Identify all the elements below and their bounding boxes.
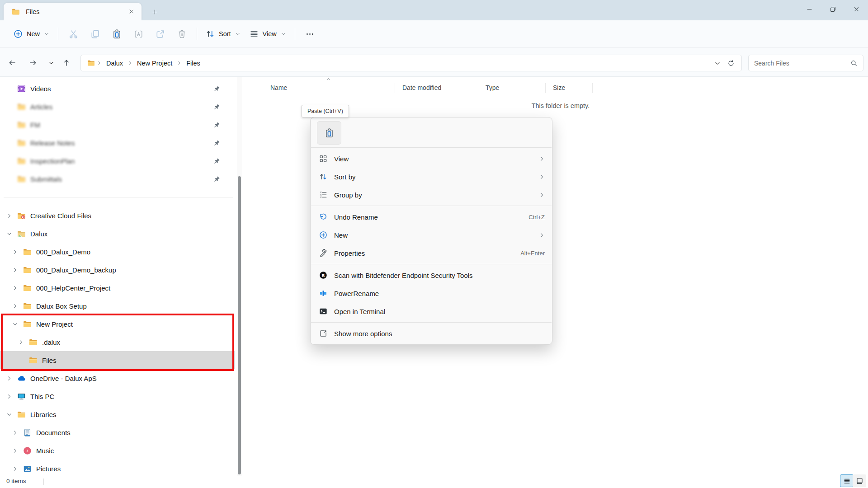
sidebar-item-music[interactable]: ♪ Music <box>0 441 235 460</box>
sidebar-item-fm[interactable]: FM <box>0 116 235 134</box>
chevron-down-icon[interactable] <box>6 411 17 418</box>
up-button[interactable] <box>59 56 74 70</box>
sidebar-item-release-notes[interactable]: Release Notes <box>0 134 235 152</box>
sidebar-item-dalux[interactable]: .dalux <box>0 333 235 351</box>
sidebar-scrollbar[interactable] <box>237 77 242 476</box>
menu-item-label: View <box>334 155 533 163</box>
sidebar-item-pictures[interactable]: Pictures <box>0 460 235 476</box>
menu-item-group-by[interactable]: Group by <box>311 186 552 204</box>
chevron-right-icon[interactable] <box>12 465 23 472</box>
column-divider[interactable] <box>395 83 395 93</box>
tab-close-button[interactable] <box>125 6 137 18</box>
column-header-name[interactable]: Name <box>270 81 287 94</box>
sidebar-item-dalux[interactable]: Dalux <box>0 225 235 243</box>
breadcrumb-new-project[interactable]: New Project <box>134 58 175 68</box>
chevron-down-icon[interactable] <box>12 321 23 327</box>
copy-button[interactable] <box>85 25 104 42</box>
paste-button[interactable] <box>317 121 341 145</box>
empty-folder-message: This folder is empty. <box>497 102 624 109</box>
chevron-right-icon <box>539 192 545 198</box>
menu-item-properties[interactable]: Properties Alt+Enter <box>311 244 552 262</box>
chevron-down-icon[interactable] <box>6 230 17 237</box>
chevron-right-icon[interactable] <box>12 429 23 436</box>
sidebar-item-label: Videos <box>30 85 51 93</box>
column-divider[interactable] <box>545 83 546 93</box>
chevron-down-icon <box>281 31 286 37</box>
sidebar-item-creative-cloud-files[interactable]: Creative Cloud Files <box>0 206 235 225</box>
column-header-date-modified[interactable]: Date modified <box>402 81 441 94</box>
sidebar-item-documents[interactable]: Documents <box>0 423 235 441</box>
column-divider[interactable] <box>592 83 593 93</box>
undo-icon <box>319 213 327 221</box>
chevron-right-icon[interactable] <box>12 267 23 273</box>
chevron-right-icon[interactable] <box>12 285 23 291</box>
sidebar-item-label: 000_Dalux_Demo <box>36 248 90 256</box>
menu-item-undo-rename[interactable]: Undo Rename Ctrl+Z <box>311 208 552 226</box>
sort-button[interactable]: Sort <box>201 26 245 42</box>
sort-icon <box>206 29 215 38</box>
breadcrumb-dalux[interactable]: Dalux <box>104 58 126 68</box>
search-placeholder: Search Files <box>754 60 850 67</box>
chevron-right-icon[interactable] <box>12 249 23 255</box>
menu-item-new[interactable]: New <box>311 226 552 244</box>
delete-button[interactable] <box>172 25 191 42</box>
maximize-button[interactable] <box>821 0 844 18</box>
new-tab-button[interactable] <box>148 5 161 18</box>
sidebar-item-000-helpcenter-project[interactable]: 000_HelpCenter_Project <box>0 279 235 297</box>
sidebar-item-new-project[interactable]: New Project <box>0 315 235 333</box>
address-dropdown-button[interactable] <box>711 57 724 70</box>
chevron-right-icon[interactable] <box>6 393 17 399</box>
sidebar-item-articles[interactable]: Articles <box>0 98 235 116</box>
menu-item-sort-by[interactable]: Sort by <box>311 168 552 186</box>
thumbnails-view-button[interactable] <box>853 474 866 487</box>
refresh-button[interactable] <box>724 57 738 70</box>
sidebar-item-label: InspectionPlan <box>30 157 75 165</box>
view-button[interactable]: View <box>245 26 291 42</box>
sidebar-item-libraries[interactable]: Libraries <box>0 405 235 423</box>
folder-icon <box>12 8 20 16</box>
sidebar-item-label: OneDrive - Dalux ApS <box>30 375 97 382</box>
sidebar-item-files[interactable]: Files <box>0 351 235 369</box>
cut-button[interactable] <box>64 25 83 42</box>
sidebar-item-inspectionplan[interactable]: InspectionPlan <box>0 152 235 170</box>
back-button[interactable] <box>5 56 20 70</box>
sidebar-item-videos[interactable]: Videos <box>0 80 235 98</box>
tab-files[interactable]: Files <box>4 3 142 20</box>
menu-item-view[interactable]: View <box>311 150 552 168</box>
column-divider[interactable] <box>479 83 479 93</box>
new-button[interactable]: New <box>9 26 54 42</box>
rename-button[interactable] <box>129 25 148 42</box>
close-window-button[interactable] <box>844 0 868 18</box>
pin-icon <box>213 85 221 92</box>
sidebar-item-dalux-box-setup[interactable]: Dalux Box Setup <box>0 297 235 315</box>
scrollbar-thumb[interactable] <box>238 176 241 474</box>
menu-item-open-in-terminal[interactable]: Open in Terminal <box>311 302 552 320</box>
details-view-button[interactable] <box>840 474 854 487</box>
sidebar-item-this-pc[interactable]: This PC <box>0 387 235 405</box>
chevron-right-icon[interactable] <box>12 303 23 309</box>
chevron-right-icon[interactable] <box>6 375 17 381</box>
share-button[interactable] <box>151 25 170 42</box>
minimize-button[interactable] <box>797 0 821 18</box>
more-options-button[interactable] <box>301 25 320 42</box>
column-header-size[interactable]: Size <box>553 81 565 94</box>
breadcrumb[interactable]: DaluxNew ProjectFiles <box>80 55 742 71</box>
sidebar-item-onedrive-dalux-aps[interactable]: OneDrive - Dalux ApS <box>0 369 235 387</box>
menu-item-powerrename[interactable]: PowerRename <box>311 284 552 302</box>
paste-button[interactable] <box>107 25 126 42</box>
recent-locations-button[interactable] <box>43 56 59 70</box>
chevron-right-icon[interactable] <box>12 447 23 454</box>
menu-item-scan-with-bitdefender-endpoint-security-tools[interactable]: B Scan with Bitdefender Endpoint Securit… <box>311 266 552 284</box>
sidebar-item-submittals[interactable]: Submittals <box>0 170 235 188</box>
chevron-right-icon[interactable] <box>6 212 17 219</box>
menu-item-show-more-options[interactable]: Show more options <box>311 324 552 343</box>
forward-button[interactable] <box>25 56 41 70</box>
close-icon <box>128 9 134 14</box>
breadcrumb-files[interactable]: Files <box>184 58 203 68</box>
sidebar-item-000-dalux-demo[interactable]: 000_Dalux_Demo <box>0 243 235 261</box>
search-input[interactable]: Search Files <box>748 55 863 71</box>
sidebar-item-000-dalux-demo-backup[interactable]: 000_Dalux_Demo_backup <box>0 261 235 279</box>
column-header-type[interactable]: Type <box>486 81 499 94</box>
chevron-right-icon[interactable] <box>18 339 29 345</box>
menu-item-label: Scan with Bitdefender Endpoint Security … <box>334 272 545 279</box>
